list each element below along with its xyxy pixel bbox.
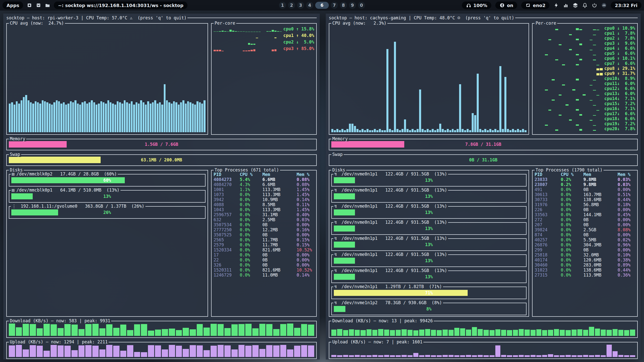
disk-entry: ↯ /dev/nvme0n1p1 122.4GB / 931.5GB (13%)… bbox=[331, 190, 527, 203]
chart-bar bbox=[501, 330, 506, 336]
process-table: PIDCPU %MemMem %40842735.4%6.6MB0.08%408… bbox=[214, 172, 314, 315]
chart-bar bbox=[354, 126, 356, 132]
chart-bar bbox=[514, 130, 516, 132]
chart-bar bbox=[266, 324, 272, 336]
chart-bar bbox=[442, 355, 448, 357]
core-row: cpu1 ↓ 7.8% bbox=[535, 31, 635, 36]
chart-bar bbox=[452, 129, 454, 132]
task-button[interactable]: ~: socktop ws://192.168.1.104:3031/ws - … bbox=[54, 2, 187, 9]
workspace-button-9[interactable]: 9 bbox=[349, 2, 356, 9]
workspace-button-0[interactable]: 0 bbox=[358, 2, 365, 9]
chart-bar bbox=[343, 330, 348, 336]
core-row: cpu10↓ 8.9% bbox=[535, 76, 635, 81]
core-sparkline bbox=[535, 106, 603, 111]
download-title: Download (KB/s) — now: 13 | peak: 99426 bbox=[331, 318, 434, 323]
chart-bar bbox=[301, 324, 307, 336]
core-label: cpu13↓ 6.0% bbox=[604, 91, 635, 96]
core-row: cpu0 ↓ 10.9% bbox=[535, 26, 635, 31]
chart-bar bbox=[399, 130, 401, 132]
core-row: cpu15↓ 7.2% bbox=[535, 101, 635, 106]
chart-bar bbox=[51, 324, 57, 336]
core-row: cpu4 ↓ 6.6% bbox=[535, 46, 635, 51]
notifications-bell-icon[interactable] bbox=[582, 3, 588, 8]
chart-bar bbox=[9, 104, 11, 132]
per-core-title: Per-core bbox=[535, 21, 557, 26]
workspace-button-2[interactable]: 2 bbox=[288, 2, 295, 9]
folder-icon[interactable] bbox=[45, 3, 50, 8]
volume-pill[interactable]: 100% bbox=[462, 2, 492, 9]
workspace-button-7[interactable]: 7 bbox=[331, 2, 338, 9]
chart-bar bbox=[16, 327, 22, 336]
power-icon[interactable] bbox=[592, 3, 597, 8]
chart-bar bbox=[189, 102, 191, 132]
chart-bar bbox=[70, 101, 72, 132]
disk-label: ▤/dev/mmcblk0p2 17.4GB / 28.8GB (60%) bbox=[11, 171, 118, 176]
chart-bar bbox=[589, 327, 594, 336]
chart-bar bbox=[478, 355, 483, 357]
network-pill[interactable]: eno2 bbox=[521, 2, 549, 9]
chart-bar bbox=[126, 102, 128, 132]
chart-bar bbox=[356, 129, 358, 132]
memory-panel: Memory 7.8GB / 31.1GB bbox=[329, 139, 638, 150]
chart-bar bbox=[182, 100, 184, 132]
terminal-window-left[interactable]: socktop — host: rpi-worker-3 | CPU Temp:… bbox=[3, 14, 320, 359]
chart-bar bbox=[490, 330, 495, 336]
chart-bar bbox=[197, 345, 203, 357]
workspace-button-3[interactable]: 3 bbox=[297, 2, 304, 9]
chart-bar bbox=[92, 324, 99, 336]
chart-bar bbox=[367, 329, 372, 336]
cpu-avg-panel: CPU avg (now: 2.3%) bbox=[329, 23, 529, 135]
disk-percent-label: 13% bbox=[9, 193, 205, 199]
power-profile-icon[interactable] bbox=[553, 3, 559, 8]
usage-monitor-icon[interactable] bbox=[601, 3, 607, 8]
disk-usage-text: /dev/nvme0n1p1 122.4GB / 931.5GB (13%) bbox=[339, 188, 447, 193]
chart-bar bbox=[484, 355, 489, 357]
usage-text: 1.5GB / 7.6GB bbox=[7, 141, 316, 148]
chart-bar bbox=[280, 345, 287, 357]
chart-bar bbox=[560, 355, 565, 357]
window-icon[interactable] bbox=[27, 3, 32, 8]
clock-pill[interactable]: 23:32 Fri bbox=[611, 2, 641, 9]
workspace-button-8[interactable]: 8 bbox=[340, 2, 347, 9]
bluetooth-pill[interactable]: on bbox=[495, 2, 517, 9]
chart-bar bbox=[301, 345, 307, 357]
upload-panel: Upload (KB/s) — now: 1294 | peak: 2211 bbox=[6, 342, 317, 359]
chart-bar bbox=[113, 328, 119, 336]
chart-bar bbox=[124, 100, 126, 132]
layers-icon[interactable] bbox=[573, 3, 578, 8]
core-sparkline bbox=[535, 31, 603, 36]
process-row: 12467290.0%11.0MB0.14% bbox=[214, 273, 314, 278]
top-processes-panel: Top Processes (1790 total) PIDCPU %MemMe… bbox=[532, 170, 638, 317]
chart-bar bbox=[23, 97, 25, 132]
chart-bar bbox=[349, 355, 354, 357]
workspace-button-1[interactable]: 1 bbox=[279, 2, 286, 9]
process-row: 273150.0%113.9MB0.36% bbox=[535, 273, 635, 278]
dropdown-icon[interactable] bbox=[36, 3, 41, 8]
process-row: 35075340.0%0B0.00% bbox=[214, 222, 314, 227]
core-label: cpu11↓ 6.0% bbox=[604, 81, 635, 86]
disk-entry: ↯ /dev/nvme0n1p1 122.4GB / 931.5GB (13%)… bbox=[331, 254, 527, 267]
disk-usage-text: /dev/nvme0n1p1 122.4GB / 931.5GB (13%) bbox=[339, 220, 447, 225]
swap-title: Swap bbox=[331, 152, 344, 157]
terminal-window-right[interactable]: socktop — host: cachyos-gaming | CPU Tem… bbox=[326, 14, 641, 359]
download-panel: Download (KB/s) — now: 583 | peak: 9931 bbox=[6, 321, 317, 338]
workspace-button-4[interactable]: 4 bbox=[306, 2, 313, 9]
chart-bar bbox=[16, 345, 22, 357]
chart-bar bbox=[67, 104, 69, 132]
disk-entry: ↯ /dev/nvme0n1p1 122.4GB / 931.5GB (13%)… bbox=[331, 238, 527, 251]
chart-bar bbox=[367, 129, 369, 132]
stats-icon[interactable] bbox=[563, 3, 569, 8]
chart-bar bbox=[178, 105, 180, 132]
chart-bar bbox=[457, 129, 459, 132]
upload-title: Upload (KB/s) — now: 7 | peak: 1601 bbox=[331, 339, 423, 344]
chart-bar bbox=[53, 102, 55, 132]
nvme-icon: ↯ bbox=[334, 220, 337, 225]
chart-bar bbox=[412, 129, 414, 132]
chart-bar bbox=[107, 100, 109, 132]
chart-bar bbox=[390, 330, 395, 336]
apps-button[interactable]: Apps bbox=[3, 2, 23, 9]
memory-panel: Memory 1.5GB / 7.6GB bbox=[6, 139, 317, 150]
workspace-button-6[interactable]: 6 bbox=[315, 2, 329, 9]
chart-bar bbox=[171, 104, 173, 132]
core-row: cpu2 ↓ 7.8% bbox=[535, 36, 635, 41]
